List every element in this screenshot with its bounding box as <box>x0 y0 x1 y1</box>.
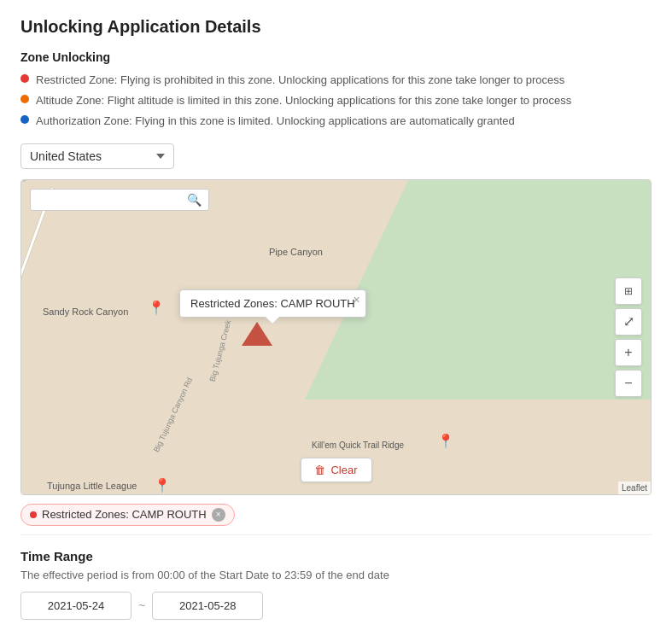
popup-close-button[interactable]: × <box>353 294 359 306</box>
legend-item-authorization: Authorization Zone: Flying in this zone … <box>20 114 652 129</box>
legend-item-altitude: Altitude Zone: Flight altitude is limite… <box>20 93 652 108</box>
map-search-box[interactable]: 🔍 <box>30 189 209 211</box>
trash-icon: 🗑 <box>314 464 325 476</box>
expand-icon: ⤢ <box>623 313 634 330</box>
zone-unlocking-section: Zone Unlocking Restricted Zone: Flying i… <box>20 50 652 535</box>
clear-button[interactable]: 🗑 Clear <box>300 458 371 482</box>
minus-icon: − <box>624 376 632 391</box>
sandy-rock-pin: 📍 <box>148 300 165 316</box>
country-select[interactable]: United States <box>20 143 174 169</box>
map-controls: ⊞ ⤢ + − <box>615 277 642 397</box>
leaflet-attribution: Leaflet <box>618 482 651 494</box>
layers-button[interactable]: ⊞ <box>615 277 642 305</box>
map-popup: Restricted Zones: CAMP ROUTH × <box>179 289 366 318</box>
time-range-section: Time Range The effective period is from … <box>20 549 652 620</box>
map-label-sandy-rock: Sandy Rock Canyon <box>43 306 128 317</box>
search-icon: 🔍 <box>187 193 202 207</box>
zone-tag-camp-routh: Restricted Zones: CAMP ROUTH × <box>20 504 235 526</box>
plus-icon: + <box>624 345 632 360</box>
map-label-killem-quick: Kill'em Quick Trail Ridge <box>312 441 404 450</box>
end-date-input[interactable] <box>152 592 263 620</box>
zone-tag-close-button[interactable]: × <box>212 508 225 522</box>
chevron-down-icon <box>156 154 165 159</box>
page-title: Unlocking Application Details <box>20 17 652 37</box>
selected-zones-row: Restricted Zones: CAMP ROUTH × <box>20 495 652 535</box>
altitude-label: Altitude Zone: Flight altitude is limite… <box>36 93 571 108</box>
zone-tag-label: Restricted Zones: CAMP ROUTH <box>42 508 207 521</box>
restricted-dot <box>20 74 29 83</box>
country-selected-value: United States <box>30 149 102 163</box>
zone-unlocking-title: Zone Unlocking <box>20 50 652 64</box>
clear-button-label: Clear <box>330 464 357 476</box>
restricted-label: Restricted Zone: Flying is prohibited in… <box>36 73 564 88</box>
restricted-zone-marker[interactable] <box>242 322 272 346</box>
popup-text: Restricted Zones: CAMP ROUTH <box>190 297 355 310</box>
zone-tag-dot <box>30 511 37 518</box>
map-search-input[interactable] <box>38 193 184 206</box>
date-range-row: ~ <box>20 592 652 620</box>
start-date-input[interactable] <box>20 592 131 620</box>
map-container[interactable]: Pipe Canyon Sandy Rock Canyon Kill'em Qu… <box>20 179 652 495</box>
zoom-out-button[interactable]: − <box>615 370 642 397</box>
legend-item-restricted: Restricted Zone: Flying is prohibited in… <box>20 73 652 88</box>
altitude-dot <box>20 95 29 103</box>
layers-icon: ⊞ <box>624 285 633 297</box>
zoom-in-button[interactable]: + <box>615 339 642 366</box>
time-range-title: Time Range <box>20 549 652 563</box>
time-range-description: The effective period is from 00:00 of th… <box>20 569 652 581</box>
map-label-pipe-canyon: Pipe Canyon <box>269 247 323 257</box>
date-separator: ~ <box>138 598 145 612</box>
map-label-tujunga-league: Tujunga Little League <box>47 481 137 491</box>
authorization-dot <box>20 115 29 124</box>
authorization-label: Authorization Zone: Flying in this zone … <box>36 114 515 129</box>
killem-quick-pin: 📍 <box>437 433 454 449</box>
tujunga-pin: 📍 <box>154 477 171 493</box>
legend-list: Restricted Zone: Flying is prohibited in… <box>20 73 652 130</box>
expand-button[interactable]: ⤢ <box>615 308 642 336</box>
